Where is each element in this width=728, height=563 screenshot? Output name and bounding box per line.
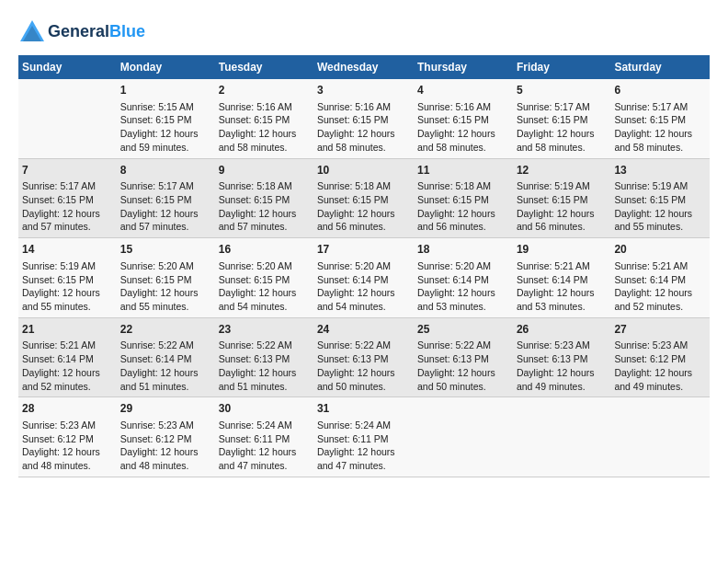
daylight-text: Daylight: 12 hours and 48 minutes. [22,446,100,471]
sunrise-text: Sunrise: 5:17 AM [22,180,96,191]
day-number: 2 [219,83,310,98]
sunrise-text: Sunrise: 5:19 AM [22,260,96,271]
daylight-text: Daylight: 12 hours and 48 minutes. [120,446,199,471]
sunset-text: Sunset: 6:14 PM [120,353,192,364]
daylight-text: Daylight: 12 hours and 54 minutes. [317,287,395,312]
sunset-text: Sunset: 6:14 PM [614,274,686,285]
day-number: 24 [317,322,410,338]
calendar-table: SundayMondayTuesdayWednesdayThursdayFrid… [18,55,710,477]
sunset-text: Sunset: 6:14 PM [417,274,489,285]
calendar-cell: 1Sunrise: 5:15 AMSunset: 6:15 PMDaylight… [117,79,215,158]
calendar-cell: 15Sunrise: 5:20 AMSunset: 6:15 PMDayligh… [117,238,215,318]
day-number: 18 [417,242,509,258]
sunrise-text: Sunrise: 5:17 AM [120,180,194,191]
weekday-header-monday: Monday [117,55,215,79]
day-number: 10 [317,163,410,178]
weekday-header-saturday: Saturday [610,55,710,79]
logo-text: GeneralBlue [48,23,145,41]
sunset-text: Sunset: 6:15 PM [317,194,389,205]
calendar-cell: 9Sunrise: 5:18 AMSunset: 6:15 PMDaylight… [215,158,313,238]
sunrise-text: Sunrise: 5:22 AM [317,339,391,350]
sunrise-text: Sunrise: 5:16 AM [417,101,491,112]
sunrise-text: Sunrise: 5:20 AM [317,260,391,271]
weekday-header-wednesday: Wednesday [313,55,414,79]
daylight-text: Daylight: 12 hours and 51 minutes. [120,367,199,392]
daylight-text: Daylight: 12 hours and 56 minutes. [517,208,595,233]
sunrise-text: Sunrise: 5:21 AM [22,339,96,350]
daylight-text: Daylight: 12 hours and 58 minutes. [219,128,297,153]
sunrise-text: Sunrise: 5:17 AM [517,101,590,112]
weekday-header-tuesday: Tuesday [215,55,313,79]
sunrise-text: Sunrise: 5:18 AM [417,180,491,191]
day-number: 29 [120,401,211,417]
calendar-cell [610,397,710,477]
sunset-text: Sunset: 6:15 PM [120,114,192,125]
daylight-text: Daylight: 12 hours and 49 minutes. [517,367,595,392]
logo: GeneralBlue [18,18,145,46]
day-number: 22 [120,322,211,338]
week-row-3: 14Sunrise: 5:19 AMSunset: 6:15 PMDayligh… [18,238,710,318]
calendar-cell: 4Sunrise: 5:16 AMSunset: 6:15 PMDaylight… [414,79,513,158]
sunset-text: Sunset: 6:15 PM [517,194,588,205]
calendar-cell: 7Sunrise: 5:17 AMSunset: 6:15 PMDaylight… [18,158,117,238]
sunrise-text: Sunrise: 5:22 AM [219,339,292,350]
sunset-text: Sunset: 6:12 PM [614,353,686,364]
calendar-cell: 5Sunrise: 5:17 AMSunset: 6:15 PMDaylight… [513,79,611,158]
sunset-text: Sunset: 6:14 PM [317,274,389,285]
sunset-text: Sunset: 6:15 PM [219,114,290,125]
daylight-text: Daylight: 12 hours and 55 minutes. [614,208,692,233]
sunset-text: Sunset: 6:11 PM [219,433,290,444]
calendar-cell: 25Sunrise: 5:22 AMSunset: 6:13 PMDayligh… [414,317,513,397]
sunset-text: Sunset: 6:13 PM [317,353,389,364]
calendar-cell: 16Sunrise: 5:20 AMSunset: 6:15 PMDayligh… [215,238,313,318]
weekday-header-sunday: Sunday [18,55,117,79]
daylight-text: Daylight: 12 hours and 57 minutes. [219,208,297,233]
weekday-header-friday: Friday [513,55,611,79]
week-row-4: 21Sunrise: 5:21 AMSunset: 6:14 PMDayligh… [18,317,710,397]
weekday-header-row: SundayMondayTuesdayWednesdayThursdayFrid… [18,55,710,79]
sunrise-text: Sunrise: 5:16 AM [317,101,391,112]
daylight-text: Daylight: 12 hours and 55 minutes. [120,287,199,312]
sunset-text: Sunset: 6:15 PM [219,274,290,285]
sunrise-text: Sunrise: 5:21 AM [614,260,688,271]
sunrise-text: Sunrise: 5:23 AM [120,419,194,431]
daylight-text: Daylight: 12 hours and 50 minutes. [417,367,495,392]
calendar-cell: 19Sunrise: 5:21 AMSunset: 6:14 PMDayligh… [513,238,611,318]
sunrise-text: Sunrise: 5:23 AM [22,419,96,431]
sunset-text: Sunset: 6:15 PM [417,194,489,205]
day-number: 1 [120,83,211,98]
week-row-5: 28Sunrise: 5:23 AMSunset: 6:12 PMDayligh… [18,397,710,477]
daylight-text: Daylight: 12 hours and 57 minutes. [22,208,100,233]
sunrise-text: Sunrise: 5:22 AM [120,339,194,350]
sunset-text: Sunset: 6:15 PM [417,114,489,125]
calendar-cell: 10Sunrise: 5:18 AMSunset: 6:15 PMDayligh… [313,158,414,238]
day-number: 28 [22,401,113,417]
day-number: 7 [22,163,113,178]
day-number: 20 [614,242,706,258]
calendar-cell: 29Sunrise: 5:23 AMSunset: 6:12 PMDayligh… [117,397,215,477]
sunset-text: Sunset: 6:15 PM [517,114,588,125]
daylight-text: Daylight: 12 hours and 52 minutes. [614,287,692,312]
day-number: 9 [219,163,310,178]
sunset-text: Sunset: 6:15 PM [219,194,290,205]
day-number: 31 [317,401,410,417]
sunrise-text: Sunrise: 5:17 AM [614,101,688,112]
daylight-text: Daylight: 12 hours and 58 minutes. [614,128,692,153]
calendar-cell: 21Sunrise: 5:21 AMSunset: 6:14 PMDayligh… [18,317,117,397]
sunset-text: Sunset: 6:13 PM [417,353,489,364]
sunset-text: Sunset: 6:12 PM [22,433,94,444]
day-number: 15 [120,242,211,258]
page-container: GeneralBlue SundayMondayTuesdayWednesday… [0,0,728,487]
sunrise-text: Sunrise: 5:19 AM [614,180,688,191]
day-number: 12 [517,163,608,178]
sunset-text: Sunset: 6:15 PM [22,274,94,285]
sunrise-text: Sunrise: 5:15 AM [120,101,194,112]
sunrise-text: Sunrise: 5:21 AM [517,260,590,271]
calendar-cell: 28Sunrise: 5:23 AMSunset: 6:12 PMDayligh… [18,397,117,477]
calendar-cell: 26Sunrise: 5:23 AMSunset: 6:13 PMDayligh… [513,317,611,397]
sunrise-text: Sunrise: 5:19 AM [517,180,590,191]
calendar-cell: 17Sunrise: 5:20 AMSunset: 6:14 PMDayligh… [313,238,414,318]
daylight-text: Daylight: 12 hours and 56 minutes. [417,208,495,233]
day-number: 19 [517,242,608,258]
calendar-cell: 23Sunrise: 5:22 AMSunset: 6:13 PMDayligh… [215,317,313,397]
